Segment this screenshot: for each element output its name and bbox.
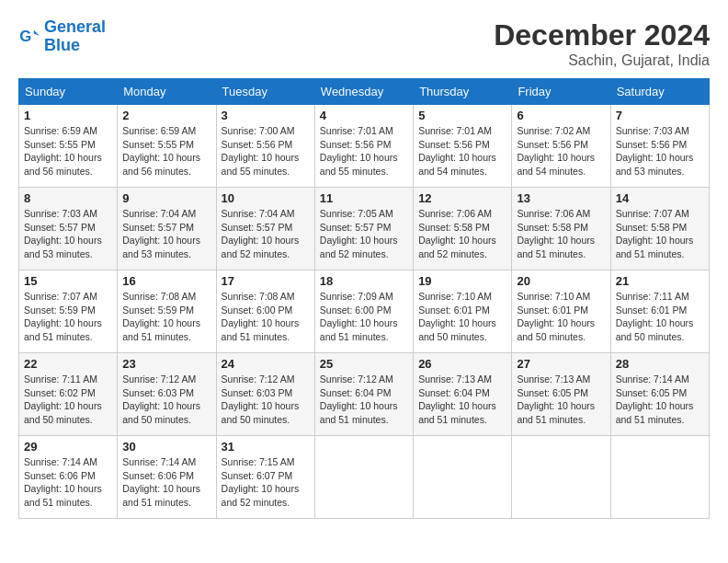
day-info: Sunrise: 7:11 AMSunset: 6:02 PMDaylight:… [24, 373, 112, 427]
day-info: Sunrise: 7:03 AMSunset: 5:57 PMDaylight:… [24, 207, 112, 261]
day-info: Sunrise: 7:05 AMSunset: 5:57 PMDaylight:… [320, 207, 408, 261]
day-info: Sunrise: 7:14 AMSunset: 6:06 PMDaylight:… [122, 455, 210, 510]
day-info: Sunrise: 6:59 AMSunset: 5:55 PMDaylight:… [24, 124, 112, 178]
table-row: 29Sunrise: 7:14 AMSunset: 6:06 PMDayligh… [19, 436, 118, 519]
day-info: Sunrise: 7:02 AMSunset: 5:56 PMDaylight:… [517, 124, 605, 178]
title-block: December 2024 Sachin, Gujarat, India [494, 18, 710, 69]
day-number: 19 [418, 274, 506, 288]
logo-line1: General [44, 17, 106, 36]
table-row: 14Sunrise: 7:07 AMSunset: 5:58 PMDayligh… [610, 188, 709, 270]
day-info: Sunrise: 7:12 AMSunset: 6:03 PMDaylight:… [122, 373, 210, 427]
day-number: 26 [418, 357, 506, 371]
day-info: Sunrise: 7:13 AMSunset: 6:05 PMDaylight:… [517, 373, 605, 427]
day-info: Sunrise: 7:11 AMSunset: 6:01 PMDaylight:… [616, 290, 704, 344]
day-number: 4 [320, 109, 408, 122]
table-row [512, 436, 610, 519]
day-number: 3 [222, 109, 310, 122]
table-row [314, 436, 413, 519]
day-info: Sunrise: 7:04 AMSunset: 5:57 PMDaylight:… [222, 207, 310, 261]
logo-text: General Blue [44, 18, 106, 55]
day-number: 1 [24, 109, 112, 122]
day-number: 28 [616, 357, 704, 371]
day-info: Sunrise: 7:12 AMSunset: 6:03 PMDaylight:… [222, 373, 310, 427]
day-info: Sunrise: 7:09 AMSunset: 6:00 PMDaylight:… [320, 290, 408, 344]
day-number: 15 [24, 274, 112, 288]
calendar-week-row: 8Sunrise: 7:03 AMSunset: 5:57 PMDaylight… [19, 188, 710, 270]
day-info: Sunrise: 7:14 AMSunset: 6:05 PMDaylight:… [616, 373, 704, 427]
calendar-header-row: Sunday Monday Tuesday Wednesday Thursday… [19, 79, 710, 105]
day-number: 18 [320, 274, 408, 288]
table-row: 24Sunrise: 7:12 AMSunset: 6:03 PMDayligh… [216, 353, 314, 436]
table-row: 10Sunrise: 7:04 AMSunset: 5:57 PMDayligh… [216, 188, 314, 270]
calendar-title: December 2024 [494, 18, 710, 52]
day-number: 23 [122, 357, 210, 371]
table-row: 21Sunrise: 7:11 AMSunset: 6:01 PMDayligh… [610, 270, 709, 353]
table-row: 8Sunrise: 7:03 AMSunset: 5:57 PMDaylight… [19, 188, 118, 270]
table-row: 1Sunrise: 6:59 AMSunset: 5:55 PMDaylight… [19, 105, 118, 188]
day-number: 31 [222, 440, 310, 454]
calendar-week-row: 15Sunrise: 7:07 AMSunset: 5:59 PMDayligh… [19, 270, 710, 353]
day-number: 11 [320, 191, 408, 205]
day-number: 9 [122, 191, 210, 205]
day-number: 13 [517, 191, 605, 205]
calendar-table: Sunday Monday Tuesday Wednesday Thursday… [18, 78, 710, 519]
day-info: Sunrise: 7:06 AMSunset: 5:58 PMDaylight:… [517, 207, 605, 261]
day-number: 24 [222, 357, 310, 371]
day-number: 12 [418, 191, 506, 205]
calendar-week-row: 22Sunrise: 7:11 AMSunset: 6:02 PMDayligh… [19, 353, 710, 436]
table-row: 27Sunrise: 7:13 AMSunset: 6:05 PMDayligh… [512, 353, 610, 436]
table-row: 15Sunrise: 7:07 AMSunset: 5:59 PMDayligh… [19, 270, 118, 353]
table-row: 7Sunrise: 7:03 AMSunset: 5:56 PMDaylight… [610, 105, 709, 188]
table-row: 4Sunrise: 7:01 AMSunset: 5:56 PMDaylight… [314, 105, 413, 188]
day-number: 17 [222, 274, 310, 288]
day-number: 22 [24, 357, 112, 371]
day-info: Sunrise: 7:04 AMSunset: 5:57 PMDaylight:… [122, 207, 210, 261]
day-number: 10 [222, 191, 310, 205]
table-row: 17Sunrise: 7:08 AMSunset: 6:00 PMDayligh… [216, 270, 314, 353]
col-monday: Monday [118, 79, 216, 105]
calendar-week-row: 1Sunrise: 6:59 AMSunset: 5:55 PMDaylight… [19, 105, 710, 188]
day-info: Sunrise: 7:12 AMSunset: 6:04 PMDaylight:… [320, 373, 408, 427]
day-info: Sunrise: 7:13 AMSunset: 6:04 PMDaylight:… [418, 373, 506, 427]
table-row: 3Sunrise: 7:00 AMSunset: 5:56 PMDaylight… [216, 105, 314, 188]
table-row: 25Sunrise: 7:12 AMSunset: 6:04 PMDayligh… [314, 353, 413, 436]
page-header: G General Blue December 2024 Sachin, Guj… [18, 18, 710, 69]
table-row: 16Sunrise: 7:08 AMSunset: 5:59 PMDayligh… [118, 270, 216, 353]
col-tuesday: Tuesday [216, 79, 314, 105]
table-row: 11Sunrise: 7:05 AMSunset: 5:57 PMDayligh… [314, 188, 413, 270]
calendar-subtitle: Sachin, Gujarat, India [494, 52, 710, 69]
col-wednesday: Wednesday [314, 79, 413, 105]
logo: G General Blue [18, 18, 106, 55]
table-row: 30Sunrise: 7:14 AMSunset: 6:06 PMDayligh… [118, 436, 216, 519]
day-number: 2 [122, 109, 210, 122]
day-number: 14 [616, 191, 704, 205]
col-sunday: Sunday [19, 79, 118, 105]
table-row [414, 436, 512, 519]
col-saturday: Saturday [610, 79, 709, 105]
day-number: 7 [616, 109, 704, 122]
day-number: 30 [122, 440, 210, 454]
day-info: Sunrise: 7:01 AMSunset: 5:56 PMDaylight:… [418, 124, 506, 178]
svg-text:G: G [19, 28, 31, 45]
day-number: 29 [24, 440, 112, 454]
day-info: Sunrise: 7:01 AMSunset: 5:56 PMDaylight:… [320, 124, 408, 178]
day-info: Sunrise: 7:07 AMSunset: 5:58 PMDaylight:… [616, 207, 704, 261]
table-row: 5Sunrise: 7:01 AMSunset: 5:56 PMDaylight… [414, 105, 512, 188]
table-row: 26Sunrise: 7:13 AMSunset: 6:04 PMDayligh… [414, 353, 512, 436]
table-row [610, 436, 709, 519]
day-number: 8 [24, 191, 112, 205]
day-number: 21 [616, 274, 704, 288]
day-number: 25 [320, 357, 408, 371]
day-info: Sunrise: 7:06 AMSunset: 5:58 PMDaylight:… [418, 207, 506, 261]
day-info: Sunrise: 6:59 AMSunset: 5:55 PMDaylight:… [122, 124, 210, 178]
day-info: Sunrise: 7:00 AMSunset: 5:56 PMDaylight:… [222, 124, 310, 178]
table-row: 28Sunrise: 7:14 AMSunset: 6:05 PMDayligh… [610, 353, 709, 436]
table-row: 9Sunrise: 7:04 AMSunset: 5:57 PMDaylight… [118, 188, 216, 270]
day-info: Sunrise: 7:08 AMSunset: 6:00 PMDaylight:… [222, 290, 310, 344]
col-thursday: Thursday [414, 79, 512, 105]
logo-icon: G [18, 26, 40, 48]
logo-line2: Blue [44, 36, 80, 54]
day-number: 16 [122, 274, 210, 288]
day-number: 5 [418, 109, 506, 122]
day-info: Sunrise: 7:15 AMSunset: 6:07 PMDaylight:… [222, 455, 310, 510]
